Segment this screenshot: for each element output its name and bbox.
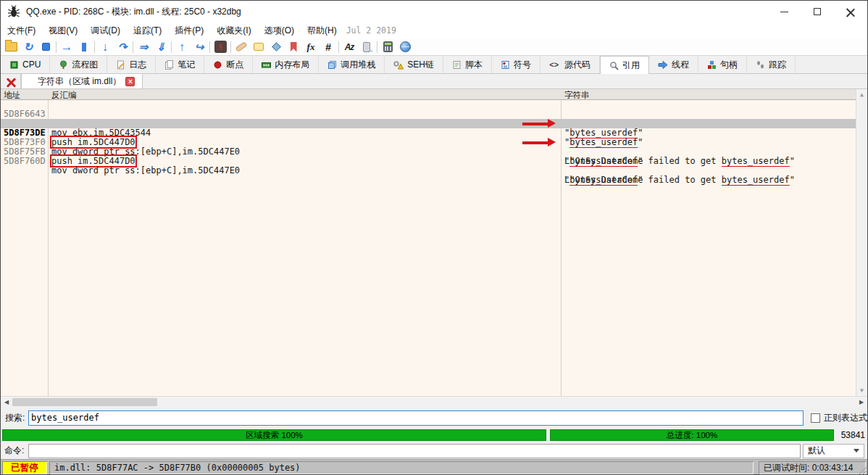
- tab-breakpoints[interactable]: 断点: [204, 56, 253, 73]
- comments-button[interactable]: [250, 39, 267, 55]
- tab-label: 跟踪: [769, 59, 786, 71]
- run-to-cursor-button[interactable]: [135, 39, 152, 55]
- subtab-close-icon[interactable]: [125, 77, 135, 86]
- menu-options[interactable]: 选项(O): [258, 22, 301, 39]
- header-disassembly[interactable]: 反汇编: [51, 90, 77, 101]
- tab-call-stack[interactable]: 调用堆栈: [319, 56, 385, 73]
- tab-label: SEH链: [407, 59, 434, 71]
- command-row: 命令: 默认: [1, 442, 867, 459]
- stop-button[interactable]: [37, 39, 54, 55]
- table-row[interactable]: 5D8F73F0 mov dword ptr ss:[ebp+C],im.5DC…: [1, 128, 856, 138]
- step-out-button[interactable]: [173, 39, 191, 55]
- comment-icon: [254, 43, 264, 51]
- table-row[interactable]: 5D8F760D mov dword ptr ss:[ebp+C],im.5DC…: [1, 147, 856, 157]
- menu-favourites[interactable]: 收藏夹(I): [210, 22, 257, 39]
- regex-checkbox[interactable]: [811, 413, 820, 423]
- tab-source[interactable]: <>源代码: [541, 56, 600, 73]
- tab-memory-map[interactable]: 内存布局: [253, 56, 319, 73]
- tab-label: 流程图: [72, 59, 98, 71]
- execute-till-return-icon: [195, 41, 204, 52]
- step-over-button[interactable]: [114, 39, 131, 55]
- bookmarks-button[interactable]: [285, 39, 302, 55]
- tab-symbols[interactable]: 符号: [492, 56, 541, 73]
- maximize-icon: [814, 8, 821, 15]
- tab-label: CPU: [22, 59, 41, 70]
- pause-icon: [82, 43, 86, 51]
- vertical-scrollbar[interactable]: ▲ ▼: [856, 89, 867, 396]
- search-input[interactable]: [28, 410, 804, 426]
- search-row: 搜索: 正则表达式: [1, 407, 867, 429]
- search-label: 搜索:: [5, 412, 28, 424]
- calculator-button[interactable]: [379, 39, 396, 55]
- svg-text:<>: <>: [549, 60, 559, 69]
- scroll-up-icon[interactable]: ▲: [856, 89, 867, 100]
- scroll-right-icon[interactable]: ▶: [856, 397, 867, 407]
- annotation-box: push im.5DC447D0: [51, 156, 135, 166]
- maximize-button[interactable]: [801, 1, 834, 22]
- close-all-references-button[interactable]: [1, 74, 21, 88]
- internet-button[interactable]: [396, 39, 414, 55]
- run-arrow-icon: [61, 41, 73, 53]
- attach-phone-icon: [363, 42, 370, 52]
- tab-graph[interactable]: 流程图: [50, 56, 107, 73]
- header-address[interactable]: 地址: [4, 90, 20, 101]
- resize-grip[interactable]: [858, 466, 867, 475]
- command-input[interactable]: [28, 444, 801, 458]
- profile-dropdown[interactable]: 默认: [803, 444, 864, 458]
- close-button[interactable]: [834, 1, 867, 22]
- tab-trace[interactable]: 跟踪: [747, 56, 796, 73]
- labels-button[interactable]: [267, 39, 285, 55]
- run-button[interactable]: [58, 39, 75, 55]
- footprints-icon: [756, 60, 765, 70]
- tab-script[interactable]: 脚本: [443, 56, 492, 73]
- scroll-down-icon[interactable]: ▼: [856, 385, 867, 396]
- minimize-button[interactable]: [767, 1, 801, 22]
- tab-log[interactable]: 日志: [107, 56, 156, 73]
- chevron-down-icon: [854, 449, 859, 453]
- open-file-button[interactable]: [2, 39, 20, 55]
- text-case-button[interactable]: [341, 39, 358, 55]
- threads-icon: [658, 60, 668, 70]
- search-match: bytes_userdef: [722, 175, 790, 186]
- table-row[interactable]: 5D8F75FB push im.5DC447D0 "bytes_userdef…: [1, 138, 856, 147]
- menu-help[interactable]: 帮助(H): [301, 22, 343, 39]
- menu-bar: 文件(F) 视图(V) 调试(D) 追踪(T) 插件(P) 收藏夹(I) 选项(…: [1, 22, 867, 38]
- strings-icon: [214, 41, 227, 53]
- patch-icon: [235, 41, 247, 52]
- tab-seh[interactable]: SEH链: [385, 56, 443, 73]
- menu-plugins[interactable]: 插件(P): [168, 22, 210, 39]
- hash-button[interactable]: [320, 39, 337, 55]
- horizontal-scrollbar[interactable]: ◀ ▶: [1, 396, 867, 407]
- table-row[interactable]: 5D8F6643 mov ebx,im.5DC43544 "bytes_user…: [1, 100, 856, 110]
- window-title: QQ.exe - PID: 268C - 模块: im.dll - 线程: 25…: [26, 6, 241, 18]
- menu-view[interactable]: 视图(V): [42, 22, 84, 39]
- tab-cpu[interactable]: CPU: [1, 56, 50, 73]
- table-row-selected[interactable]: 5D8F73DE push im.5DC447D0 "bytes_userdef…: [1, 119, 856, 128]
- menu-trace[interactable]: 追踪(T): [127, 22, 168, 39]
- tab-references[interactable]: 引用: [600, 56, 649, 74]
- scroll-left-icon[interactable]: ◀: [1, 397, 12, 407]
- tab-threads[interactable]: 线程: [649, 56, 698, 73]
- step-into-button[interactable]: [96, 39, 114, 55]
- restart-button[interactable]: [20, 39, 37, 55]
- tab-label: 源代码: [564, 59, 591, 71]
- step-down-button[interactable]: [152, 39, 170, 55]
- tab-notes[interactable]: 笔记: [156, 56, 204, 73]
- tab-handles[interactable]: 句柄: [698, 56, 747, 73]
- script-icon: [452, 60, 462, 70]
- menu-debug[interactable]: 调试(D): [84, 22, 127, 39]
- attach-button[interactable]: [358, 39, 375, 55]
- execute-till-return-button[interactable]: [191, 39, 208, 55]
- patch-button[interactable]: [233, 39, 250, 55]
- pause-button[interactable]: [75, 39, 93, 55]
- table-row[interactable]: 5D8F6A36 mov ebx,im.5DC43544 "bytes_user…: [1, 110, 856, 119]
- scrollbar-thumb[interactable]: [12, 398, 157, 406]
- string-references-button[interactable]: [212, 39, 229, 55]
- total-progressbar: 总进度: 100%: [550, 429, 834, 441]
- progress-row: 区域搜索 100% 总进度: 100% 53841: [1, 429, 867, 442]
- header-string[interactable]: 字符串: [564, 90, 590, 101]
- functions-button[interactable]: [302, 39, 320, 55]
- subtab-strings-region[interactable]: 字符串（区域 im.dll）: [21, 74, 143, 88]
- string-cell: L"OnSysDataCome failed to get bytes_user…: [564, 175, 795, 185]
- menu-file[interactable]: 文件(F): [1, 22, 42, 39]
